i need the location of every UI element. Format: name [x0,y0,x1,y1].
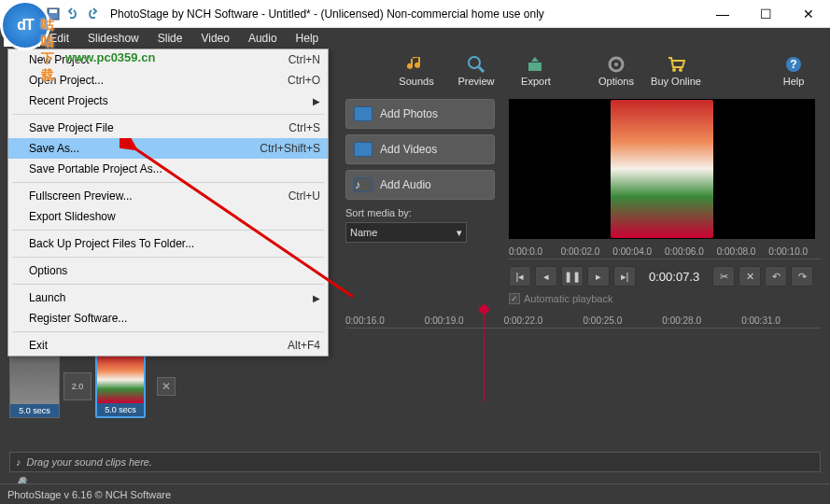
ruler-tick: 0:00:22.0 [504,315,584,326]
auto-playback-row: ✓ Automatic playback [509,289,821,308]
video-icon [354,142,373,157]
sort-value: Name [350,227,377,238]
add-photos-button[interactable]: Add Photos [345,99,495,129]
toolbar-buyonline-label: Buy Online [651,76,701,87]
sound-hint: Drag your sound clips here. [27,456,153,468]
menu-slideshow[interactable]: Slideshow [78,30,148,47]
menu-recent-projects[interactable]: Recent Projects▶ [8,91,328,111]
clip-1[interactable]: 5.0 secs [9,355,60,418]
toolbar-help[interactable]: ?Help [765,51,823,91]
sort-select[interactable]: Name▾ [345,222,467,243]
toolbar-preview[interactable]: Preview [447,51,505,91]
menu-audio[interactable]: Audio [239,30,287,47]
menu-slide[interactable]: Slide [148,30,192,47]
svg-line-4 [479,67,484,72]
media-panel: Add Photos Add Videos ♪Add Audio Sort me… [345,99,495,243]
menu-save-portable[interactable]: Save Portable Project As... [8,159,328,179]
toolbar-preview-label: Preview [457,76,494,87]
menu-sep [12,230,324,231]
audio-icon: ♪ [354,177,373,192]
clip-2[interactable]: 5.0 secs [95,355,146,418]
prev-button[interactable]: ◂ [535,266,557,287]
playhead[interactable] [484,310,485,401]
menu-backup[interactable]: Back Up Project Files To Folder... [8,233,328,254]
toolbar-buy-online[interactable]: Buy Online [647,51,705,91]
music-note-icon: ♪ [16,456,21,468]
ruler-tick: 0:00:19.0 [425,315,504,326]
svg-point-3 [469,57,480,68]
sort-label: Sort media by: [345,207,495,218]
add-videos-button[interactable]: Add Videos [345,134,495,164]
clip-thumb [10,356,59,404]
menu-fullscreen-preview[interactable]: Fullscreen Preview...Ctrl+U [8,186,328,206]
redo-button[interactable]: ↷ [791,266,813,287]
preview-canvas [509,99,815,239]
status-text: PhotoStage v 6.16 © NCH Software [7,489,171,500]
menu-help[interactable]: Help [287,30,329,47]
qa-redo-icon[interactable] [84,6,101,22]
auto-playback-checkbox[interactable]: ✓ [509,293,520,304]
preview-ruler[interactable]: 0:00:0.0 0:00:02.0 0:00:04.0 0:00:06.0 0… [509,243,821,259]
add-photos-label: Add Photos [380,107,438,120]
go-start-button[interactable]: |◂ [509,266,531,287]
toolbar-export-label: Export [521,76,551,87]
ruler-tick: 0:00:16.0 [345,315,425,326]
menu-video[interactable]: Video [191,30,238,47]
toolbar-sounds[interactable]: Sounds [387,51,445,91]
qa-undo-icon[interactable] [64,6,81,22]
toolbar-options[interactable]: Options [587,51,645,91]
clip-thumb [97,357,144,403]
ruler-tick: 0:00:31.0 [741,315,821,326]
menu-export-slideshow[interactable]: Export Slideshow [8,206,328,227]
menu-sep [12,182,324,183]
cut-button[interactable]: ✂ [712,266,735,287]
menu-edit[interactable]: Edit [40,30,78,47]
photo-icon [354,106,373,121]
menu-sep [12,284,324,285]
toolbar-help-label: Help [783,76,805,87]
add-audio-button[interactable]: ♪Add Audio [345,170,495,200]
ruler-tick: 0:00:06.0 [665,246,717,257]
pause-button[interactable]: ❚❚ [561,266,584,287]
qa-open-icon[interactable] [25,6,42,22]
preview-controls: |◂ ◂ ❚❚ ▸ ▸| 0:00:07.3 ✂ ✕ ↶ ↷ [509,263,821,289]
transition[interactable]: 2.0 [63,372,91,400]
menu-new-project[interactable]: New ProjectCtrl+N [8,49,328,70]
add-audio-label: Add Audio [380,178,431,191]
window-title: PhotoStage by NCH Software - Untitled* -… [101,7,701,21]
clip-track: 5.0 secs 2.0 5.0 secs ✕ [9,351,176,422]
chevron-right-icon: ▶ [313,293,320,303]
menu-save-project[interactable]: Save Project FileCtrl+S [8,118,328,138]
menu-file[interactable]: File [4,30,40,47]
status-bar: PhotoStage v 6.16 © NCH Software [0,483,830,504]
timecode: 0:00:07.3 [640,270,709,284]
go-end-button[interactable]: ▸| [613,266,636,287]
next-button[interactable]: ▸ [587,266,610,287]
delete-button[interactable]: ✕ [739,266,761,287]
ruler-tick: 0:00:0.0 [509,246,561,257]
svg-text:?: ? [790,58,796,71]
menu-exit[interactable]: ExitAlt+F4 [8,335,328,356]
add-videos-label: Add Videos [380,143,437,156]
menu-open-project[interactable]: Open Project...Ctrl+O [8,70,328,91]
clip-duration: 5.0 secs [10,404,59,417]
menu-register[interactable]: Register Software... [8,308,328,329]
menu-options[interactable]: Options [8,260,328,281]
svg-point-7 [614,63,618,66]
window-controls: — ☐ ✕ [701,0,830,28]
close-button[interactable]: ✕ [787,0,830,28]
toolbar-export[interactable]: Export [507,51,565,91]
menu-launch[interactable]: Launch▶ [8,287,328,308]
qa-save-icon[interactable] [45,6,62,22]
svg-rect-0 [9,8,18,20]
menu-sep [12,257,324,258]
remove-clip-button[interactable]: ✕ [157,377,176,396]
undo-button[interactable]: ↶ [765,266,787,287]
sound-track[interactable]: ♪ Drag your sound clips here. [9,452,821,472]
maximize-button[interactable]: ☐ [744,0,787,28]
qa-new-icon[interactable] [6,6,22,22]
menu-save-as[interactable]: Save As...Ctrl+Shift+S [8,138,328,159]
minimize-button[interactable]: — [701,0,744,28]
timeline-ruler[interactable]: 0:00:16.0 0:00:19.0 0:00:22.0 0:00:25.0 … [345,312,821,329]
svg-point-9 [679,68,682,72]
